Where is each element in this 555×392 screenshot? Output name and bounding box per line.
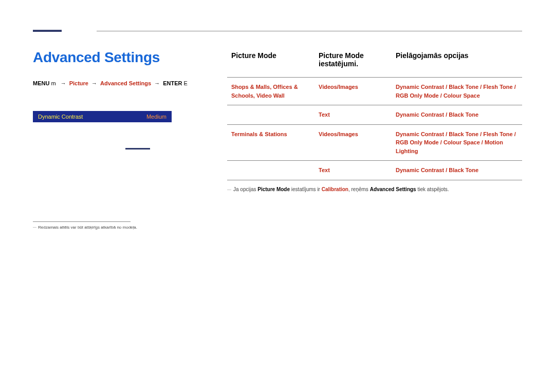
bc-enter: ENTER bbox=[163, 80, 182, 86]
menu-row-value: Medium bbox=[146, 114, 166, 120]
th-adjustable-options: Pielāgojamās opcijas bbox=[392, 49, 522, 78]
table-row: Terminals & Stations Videos/Images Dynam… bbox=[227, 124, 522, 161]
cell-opts: Dynamic Contrast / Black Tone bbox=[392, 105, 522, 125]
note-calibration: Ja opcijas Picture Mode iestatījums ir C… bbox=[227, 186, 522, 192]
bc-picture: Picture bbox=[69, 80, 88, 86]
page-title: Advanced Settings bbox=[33, 49, 208, 66]
breadcrumb: MENUm → Picture → Advanced Settings → EN… bbox=[33, 80, 208, 86]
cell-opts: Dynamic Contrast / Black Tone / Flesh To… bbox=[392, 124, 522, 161]
th-picture-mode-setting: Picture Mode iestatējumi. bbox=[314, 49, 392, 78]
cell-opts: Dynamic Contrast / Black Tone bbox=[392, 161, 522, 180]
left-column: Advanced Settings MENUm → Picture → Adva… bbox=[33, 49, 208, 371]
cell-mode: Text bbox=[314, 161, 392, 180]
page-content: Advanced Settings MENUm → Picture → Adva… bbox=[33, 49, 522, 371]
table-row: Shops & Malls, Offices & Schools, Video … bbox=[227, 78, 522, 105]
cell-mode: Text bbox=[314, 105, 392, 125]
bc-enter-icon: E bbox=[182, 80, 189, 86]
accent-bar-small bbox=[125, 148, 150, 150]
bc-menu: MENU bbox=[33, 80, 49, 86]
cell-env: Shops & Malls, Offices & Schools, Video … bbox=[227, 78, 314, 105]
cell-opts: Dynamic Contrast / Black Tone / Flesh To… bbox=[392, 78, 522, 105]
th-picture-mode: Picture Mode bbox=[227, 49, 314, 78]
options-table-body: Shops & Malls, Offices & Schools, Video … bbox=[227, 78, 522, 180]
menu-row-label: Dynamic Contrast bbox=[38, 114, 83, 120]
footnote-text: Redzamais attēls var būt atšķirīgs atkar… bbox=[33, 225, 208, 230]
header-rule bbox=[97, 31, 522, 31]
right-column: Picture Mode Picture Mode iestatējumi. P… bbox=[227, 49, 522, 371]
cell-env bbox=[227, 105, 314, 125]
table-row: Text Dynamic Contrast / Black Tone bbox=[227, 105, 522, 125]
options-table: Picture Mode Picture Mode iestatējumi. P… bbox=[227, 49, 522, 180]
cell-mode: Videos/Images bbox=[314, 78, 392, 105]
cell-mode: Videos/Images bbox=[314, 124, 392, 161]
header-accent-bar bbox=[33, 30, 62, 32]
cell-env bbox=[227, 161, 314, 180]
bc-arrow-icon: m bbox=[49, 80, 57, 86]
osd-menu-preview: Dynamic Contrast Medium bbox=[33, 111, 172, 122]
footnote-rule bbox=[33, 221, 131, 222]
bc-advanced: Advanced Settings bbox=[100, 80, 151, 86]
cell-env: Terminals & Stations bbox=[227, 124, 314, 161]
table-row: Text Dynamic Contrast / Black Tone bbox=[227, 161, 522, 180]
menu-row-dynamic-contrast[interactable]: Dynamic Contrast Medium bbox=[33, 111, 172, 122]
